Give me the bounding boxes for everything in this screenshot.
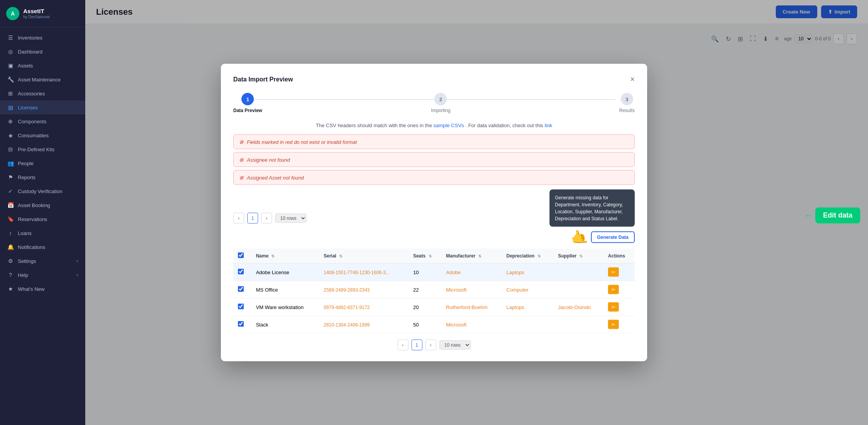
assets-icon: ▣ xyxy=(7,62,14,69)
edit-row-btn-1[interactable]: ✏ xyxy=(608,285,619,294)
sidebar-item-people[interactable]: 👥 People xyxy=(0,156,85,170)
pagination-row: ‹ 1 › 10 rows 25 rows 50 rows xyxy=(233,213,307,224)
serial-link-0[interactable]: 1408-1551-7746-1230-1606-3... xyxy=(324,270,389,275)
cell-depreciation-0: Laptops xyxy=(502,263,553,281)
cell-serial-3: 2810-1304-2406-1999 xyxy=(319,316,408,333)
sidebar-item-inventories[interactable]: ☰ Inventories xyxy=(0,31,85,45)
bottom-next-btn[interactable]: › xyxy=(425,340,436,351)
app-by: by DevSamurai xyxy=(23,15,50,19)
cell-actions-1: ✏ xyxy=(603,281,635,298)
sidebar-item-asset-maintenance[interactable]: 🔧 Asset Maintenance xyxy=(0,73,85,86)
sidebar-label-custody-verification: Custody Verification xyxy=(18,188,78,194)
prev-table-btn[interactable]: ‹ xyxy=(233,213,244,224)
sidebar-item-pre-defined-kits[interactable]: ⊟ Pre-Defined Kits xyxy=(0,142,85,156)
sidebar-item-notifications[interactable]: 🔔 Notifications xyxy=(0,240,85,254)
app-name: AssetIT xyxy=(23,8,50,15)
th-checkbox xyxy=(233,249,251,264)
error-text-1: Fields marked in red do not exist or inv… xyxy=(247,139,357,145)
bottom-prev-btn[interactable]: ‹ xyxy=(398,340,408,351)
sidebar-label-help: Help xyxy=(18,272,72,278)
modal-close-button[interactable]: × xyxy=(630,75,635,84)
sidebar-label-loans: Loans xyxy=(18,230,78,236)
asset-booking-icon: 📅 xyxy=(7,202,14,208)
th-manufacturer: Manufacturer ⇅ xyxy=(441,249,502,264)
sidebar: A AssetIT by DevSamurai ☰ Inventories ◎ … xyxy=(0,0,85,425)
th-depreciation: Depreciation ⇅ xyxy=(502,249,553,264)
cell-name-1: MS Office xyxy=(251,281,319,298)
bottom-page-btn[interactable]: 1 xyxy=(412,340,422,351)
cell-serial-2: 0979-4892-8371-9172 xyxy=(319,298,408,316)
edit-row-btn-3[interactable]: ✏ xyxy=(608,320,619,329)
cell-depreciation-3 xyxy=(502,316,553,333)
import-table: Name ⇅ Serial ⇅ Seats ⇅ Manufacturer ⇅ D… xyxy=(233,249,635,333)
cell-supplier-3 xyxy=(553,316,603,333)
step-3-label: Results xyxy=(619,108,635,113)
sidebar-item-accessories[interactable]: ⊞ Accessories xyxy=(0,86,85,100)
asset-maintenance-icon: 🔧 xyxy=(7,76,14,83)
generate-data-button[interactable]: Generate Data xyxy=(591,232,635,243)
sidebar-item-components[interactable]: ⊕ Components xyxy=(0,114,85,128)
table-row: Adobe License 1408-1551-7746-1230-1606-3… xyxy=(233,263,635,281)
bottom-rows-select[interactable]: 10 rows 25 rows 50 rows xyxy=(439,340,471,350)
sidebar-item-help[interactable]: ? Help ▾ xyxy=(0,268,85,282)
sidebar-item-reservations[interactable]: 🔖 Reservations xyxy=(0,212,85,226)
tooltip-box: Generate missing data for Department, In… xyxy=(549,190,635,227)
current-page-btn[interactable]: 1 xyxy=(247,213,258,224)
error-icon-3: ⊗ xyxy=(239,174,244,181)
sidebar-item-reports[interactable]: ⚑ Reports xyxy=(0,170,85,184)
step-2-label: Importing xyxy=(431,108,450,113)
next-table-btn[interactable]: › xyxy=(261,213,272,224)
error-box-1: ⊗ Fields marked in red do not exist or i… xyxy=(233,135,635,149)
cell-serial-0: 1408-1551-7746-1230-1606-3... xyxy=(319,263,408,281)
select-all-checkbox[interactable] xyxy=(238,252,244,258)
sidebar-label-asset-maintenance: Asset Maintenance xyxy=(18,77,78,83)
loans-icon: ↕ xyxy=(7,230,14,236)
sidebar-item-whats-new[interactable]: ★ What's New xyxy=(0,282,85,296)
step-1-label: Data Preview xyxy=(233,108,262,113)
serial-link-2[interactable]: 0979-4892-8371-9172 xyxy=(324,304,370,310)
row-checkbox-0[interactable] xyxy=(238,269,244,275)
row-checkbox-3[interactable] xyxy=(238,321,244,327)
chevron-down-icon: ▾ xyxy=(76,259,78,263)
sidebar-item-loans[interactable]: ↕ Loans xyxy=(0,226,85,240)
error-icon-1: ⊗ xyxy=(239,139,244,145)
sidebar-item-settings[interactable]: ⚙ Settings ▾ xyxy=(0,254,85,268)
edit-row-btn-0[interactable]: ✏ xyxy=(608,268,619,277)
cell-actions-0: ✏ xyxy=(603,263,635,281)
accessories-icon: ⊞ xyxy=(7,90,14,97)
step-2: 2 Importing xyxy=(431,93,450,113)
sidebar-item-asset-booking[interactable]: 📅 Asset Booking xyxy=(0,198,85,212)
cell-seats-2: 20 xyxy=(408,298,441,316)
info-line: The CSV headers should match with the on… xyxy=(233,123,635,128)
serial-link-1[interactable]: 2589-2489-2893-2343 xyxy=(324,287,370,292)
sample-csvs-link[interactable]: sample CSVs xyxy=(434,123,464,128)
link-link[interactable]: link xyxy=(544,123,552,128)
sidebar-label-people: People xyxy=(18,161,78,166)
generate-area: Generate missing data for Department, In… xyxy=(549,190,635,245)
cell-supplier-1 xyxy=(553,281,603,298)
sidebar-item-licenses[interactable]: ▤ Licenses xyxy=(0,100,85,114)
serial-link-3[interactable]: 2810-1304-2406-1999 xyxy=(324,322,370,327)
table-row: MS Office 2589-2489-2893-2343 22 Microso… xyxy=(233,281,635,298)
rows-select[interactable]: 10 rows 25 rows 50 rows xyxy=(275,214,307,223)
sidebar-item-dashboard[interactable]: ◎ Dashboard xyxy=(0,45,85,59)
pre-defined-kits-icon: ⊟ xyxy=(7,146,14,152)
edit-row-btn-2[interactable]: ✏ xyxy=(608,302,619,312)
cell-supplier-0 xyxy=(553,263,603,281)
row-checkbox-1[interactable] xyxy=(238,286,244,292)
sidebar-item-consumables[interactable]: ◈ Consumables xyxy=(0,128,85,142)
step-1-circle: 1 xyxy=(241,93,254,105)
cell-name-3: Slack xyxy=(251,316,319,333)
sidebar-item-custody-verification[interactable]: ✓ Custody Verification xyxy=(0,184,85,198)
sidebar-logo: A AssetIT by DevSamurai xyxy=(0,0,85,28)
notifications-icon: 🔔 xyxy=(7,244,14,250)
row-checkbox-2[interactable] xyxy=(238,304,244,309)
sidebar-item-assets[interactable]: ▣ Assets xyxy=(0,59,85,73)
consumables-icon: ◈ xyxy=(7,132,14,138)
custody-verification-icon: ✓ xyxy=(7,188,14,194)
cell-serial-1: 2589-2489-2893-2343 xyxy=(319,281,408,298)
edit-data-badge: Edit data xyxy=(815,207,860,223)
step-3: 3 Results xyxy=(619,93,635,113)
error-icon-2: ⊗ xyxy=(239,157,244,163)
data-import-modal: Data Import Preview × 1 Data Preview 2 I… xyxy=(221,64,647,361)
